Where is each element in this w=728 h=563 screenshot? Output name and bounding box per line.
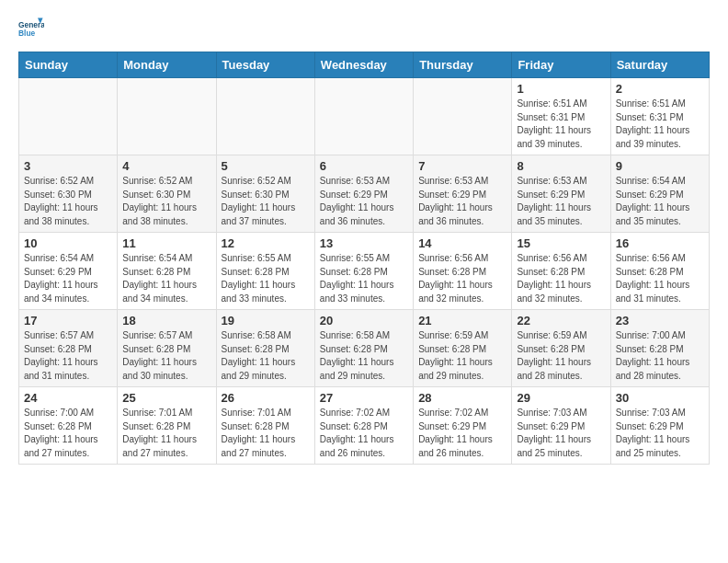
dow-header-monday: Monday xyxy=(118,52,216,78)
calendar-cell: 4Sunrise: 6:52 AM Sunset: 6:30 PM Daylig… xyxy=(118,155,216,233)
day-number: 10 xyxy=(24,236,112,250)
calendar-cell: 24Sunrise: 7:00 AM Sunset: 6:28 PM Dayli… xyxy=(19,387,118,465)
day-info: Sunrise: 6:56 AM Sunset: 6:28 PM Dayligh… xyxy=(517,252,605,305)
calendar-cell: 17Sunrise: 6:57 AM Sunset: 6:28 PM Dayli… xyxy=(19,310,118,387)
day-info: Sunrise: 6:52 AM Sunset: 6:30 PM Dayligh… xyxy=(222,175,310,228)
day-number: 12 xyxy=(222,236,310,250)
calendar-cell: 19Sunrise: 6:58 AM Sunset: 6:28 PM Dayli… xyxy=(216,310,314,387)
calendar-cell: 1Sunrise: 6:51 AM Sunset: 6:31 PM Daylig… xyxy=(512,78,610,155)
calendar-cell: 23Sunrise: 7:00 AM Sunset: 6:28 PM Dayli… xyxy=(610,310,709,387)
day-number: 30 xyxy=(616,391,704,405)
calendar-cell: 13Sunrise: 6:55 AM Sunset: 6:28 PM Dayli… xyxy=(314,233,413,310)
calendar-cell xyxy=(414,78,512,155)
calendar-cell: 9Sunrise: 6:54 AM Sunset: 6:29 PM Daylig… xyxy=(610,155,709,233)
day-number: 17 xyxy=(24,314,112,327)
dow-header-friday: Friday xyxy=(512,52,610,78)
day-number: 3 xyxy=(24,159,112,173)
day-info: Sunrise: 7:00 AM Sunset: 6:28 PM Dayligh… xyxy=(616,329,704,383)
day-number: 4 xyxy=(122,159,210,173)
day-info: Sunrise: 7:03 AM Sunset: 6:29 PM Dayligh… xyxy=(517,407,605,460)
logo: General Blue xyxy=(18,15,48,40)
day-info: Sunrise: 7:00 AM Sunset: 6:28 PM Dayligh… xyxy=(24,407,112,460)
day-number: 6 xyxy=(320,159,408,173)
day-number: 16 xyxy=(616,236,704,250)
day-info: Sunrise: 6:55 AM Sunset: 6:28 PM Dayligh… xyxy=(320,252,408,305)
dow-header-thursday: Thursday xyxy=(414,52,512,78)
day-info: Sunrise: 7:02 AM Sunset: 6:28 PM Dayligh… xyxy=(320,407,408,460)
day-number: 5 xyxy=(222,159,310,173)
day-info: Sunrise: 6:51 AM Sunset: 6:31 PM Dayligh… xyxy=(517,98,605,151)
day-info: Sunrise: 6:53 AM Sunset: 6:29 PM Dayligh… xyxy=(517,175,605,228)
calendar-cell: 27Sunrise: 7:02 AM Sunset: 6:28 PM Dayli… xyxy=(314,387,413,465)
day-number: 26 xyxy=(222,391,310,405)
week-row-2: 3Sunrise: 6:52 AM Sunset: 6:30 PM Daylig… xyxy=(19,155,710,233)
calendar-cell: 30Sunrise: 7:03 AM Sunset: 6:29 PM Dayli… xyxy=(610,387,709,465)
day-number: 1 xyxy=(517,82,605,96)
dow-header-wednesday: Wednesday xyxy=(314,52,413,78)
day-number: 27 xyxy=(320,391,408,405)
calendar-cell: 11Sunrise: 6:54 AM Sunset: 6:28 PM Dayli… xyxy=(118,233,216,310)
day-info: Sunrise: 6:58 AM Sunset: 6:28 PM Dayligh… xyxy=(222,329,310,383)
day-info: Sunrise: 7:01 AM Sunset: 6:28 PM Dayligh… xyxy=(122,407,210,460)
day-info: Sunrise: 6:57 AM Sunset: 6:28 PM Dayligh… xyxy=(24,329,112,383)
day-number: 29 xyxy=(517,391,605,405)
dow-header-sunday: Sunday xyxy=(19,52,118,78)
day-info: Sunrise: 7:02 AM Sunset: 6:29 PM Dayligh… xyxy=(418,407,506,460)
day-number: 9 xyxy=(616,159,704,173)
dow-header-saturday: Saturday xyxy=(610,52,709,78)
day-info: Sunrise: 6:56 AM Sunset: 6:28 PM Dayligh… xyxy=(418,252,506,305)
calendar-cell: 3Sunrise: 6:52 AM Sunset: 6:30 PM Daylig… xyxy=(19,155,118,233)
calendar-cell xyxy=(216,78,314,155)
day-info: Sunrise: 6:52 AM Sunset: 6:30 PM Dayligh… xyxy=(24,175,112,228)
day-number: 15 xyxy=(517,236,605,250)
calendar-cell: 10Sunrise: 6:54 AM Sunset: 6:29 PM Dayli… xyxy=(19,233,118,310)
day-info: Sunrise: 6:54 AM Sunset: 6:28 PM Dayligh… xyxy=(122,252,210,305)
calendar-cell: 25Sunrise: 7:01 AM Sunset: 6:28 PM Dayli… xyxy=(118,387,216,465)
day-info: Sunrise: 6:56 AM Sunset: 6:28 PM Dayligh… xyxy=(616,252,704,305)
week-row-5: 24Sunrise: 7:00 AM Sunset: 6:28 PM Dayli… xyxy=(19,387,710,465)
day-number: 11 xyxy=(122,236,210,250)
day-number: 25 xyxy=(122,391,210,405)
calendar-cell xyxy=(314,78,413,155)
calendar-cell: 14Sunrise: 6:56 AM Sunset: 6:28 PM Dayli… xyxy=(414,233,512,310)
day-info: Sunrise: 6:54 AM Sunset: 6:29 PM Dayligh… xyxy=(24,252,112,305)
calendar-cell: 12Sunrise: 6:55 AM Sunset: 6:28 PM Dayli… xyxy=(216,233,314,310)
week-row-4: 17Sunrise: 6:57 AM Sunset: 6:28 PM Dayli… xyxy=(19,310,710,387)
day-info: Sunrise: 6:53 AM Sunset: 6:29 PM Dayligh… xyxy=(320,175,408,228)
day-number: 8 xyxy=(517,159,605,173)
calendar-cell: 28Sunrise: 7:02 AM Sunset: 6:29 PM Dayli… xyxy=(414,387,512,465)
day-info: Sunrise: 6:59 AM Sunset: 6:28 PM Dayligh… xyxy=(418,329,506,383)
page: General Blue SundayMondayTuesdayWednesda… xyxy=(0,0,728,479)
day-number: 13 xyxy=(320,236,408,250)
calendar-cell: 21Sunrise: 6:59 AM Sunset: 6:28 PM Dayli… xyxy=(414,310,512,387)
day-number: 2 xyxy=(616,82,704,96)
day-info: Sunrise: 6:55 AM Sunset: 6:28 PM Dayligh… xyxy=(222,252,310,305)
logo-icon: General Blue xyxy=(18,15,44,40)
day-number: 24 xyxy=(24,391,112,405)
dow-header-tuesday: Tuesday xyxy=(216,52,314,78)
calendar-cell: 18Sunrise: 6:57 AM Sunset: 6:28 PM Dayli… xyxy=(118,310,216,387)
day-number: 21 xyxy=(418,314,506,327)
day-info: Sunrise: 6:52 AM Sunset: 6:30 PM Dayligh… xyxy=(122,175,210,228)
calendar-cell: 20Sunrise: 6:58 AM Sunset: 6:28 PM Dayli… xyxy=(314,310,413,387)
day-info: Sunrise: 6:54 AM Sunset: 6:29 PM Dayligh… xyxy=(616,175,704,228)
svg-text:Blue: Blue xyxy=(18,29,35,38)
day-info: Sunrise: 7:03 AM Sunset: 6:29 PM Dayligh… xyxy=(616,407,704,460)
day-number: 14 xyxy=(418,236,506,250)
day-number: 7 xyxy=(418,159,506,173)
calendar-cell: 22Sunrise: 6:59 AM Sunset: 6:28 PM Dayli… xyxy=(512,310,610,387)
calendar-cell: 8Sunrise: 6:53 AM Sunset: 6:29 PM Daylig… xyxy=(512,155,610,233)
calendar-cell: 16Sunrise: 6:56 AM Sunset: 6:28 PM Dayli… xyxy=(610,233,709,310)
calendar-cell: 29Sunrise: 7:03 AM Sunset: 6:29 PM Dayli… xyxy=(512,387,610,465)
day-number: 20 xyxy=(320,314,408,327)
day-info: Sunrise: 6:58 AM Sunset: 6:28 PM Dayligh… xyxy=(320,329,408,383)
day-number: 22 xyxy=(517,314,605,327)
day-number: 18 xyxy=(122,314,210,327)
calendar-cell: 5Sunrise: 6:52 AM Sunset: 6:30 PM Daylig… xyxy=(216,155,314,233)
calendar-table: SundayMondayTuesdayWednesdayThursdayFrid… xyxy=(18,52,710,465)
week-row-3: 10Sunrise: 6:54 AM Sunset: 6:29 PM Dayli… xyxy=(19,233,710,310)
calendar-cell: 26Sunrise: 7:01 AM Sunset: 6:28 PM Dayli… xyxy=(216,387,314,465)
week-row-1: 1Sunrise: 6:51 AM Sunset: 6:31 PM Daylig… xyxy=(19,78,710,155)
calendar-cell xyxy=(19,78,118,155)
day-info: Sunrise: 6:57 AM Sunset: 6:28 PM Dayligh… xyxy=(122,329,210,383)
